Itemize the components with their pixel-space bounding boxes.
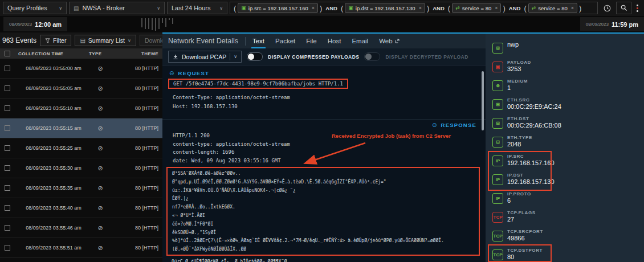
download-label: Download (145, 37, 162, 44)
query-pill[interactable]: ⇄service = 80× (528, 3, 577, 13)
tab-text[interactable]: Text (252, 34, 264, 48)
row-checkbox[interactable] (5, 185, 10, 191)
meta-text: nwp (507, 41, 644, 48)
request-header-line: Content-Type: application/octet-stream (173, 93, 290, 102)
theme-value: 80 [HTTP] (112, 165, 162, 171)
query-pill[interactable]: ⇄service = 80× (452, 3, 501, 13)
meta-key-icon: ⇄ (532, 5, 536, 11)
remove-pill-icon[interactable]: × (312, 5, 315, 11)
meta-label: TCP.FLAGS (507, 210, 644, 215)
remove-pill-icon[interactable]: × (571, 5, 574, 11)
select-all-checkbox[interactable] (5, 51, 10, 56)
meta-label: IP.PROTO (507, 191, 644, 197)
event-row[interactable]: 08/09/2023 03:55:46 am⊘80 [HTTP] (0, 218, 162, 238)
collapse-icon: ⊖ (432, 122, 438, 128)
meta-value: 00:0C:29:E9:AC:24 (507, 103, 644, 110)
event-row[interactable]: 08/09/2023 03:55:10 am⊘80 [HTTP] (0, 99, 162, 118)
tab-packet[interactable]: Packet (275, 34, 295, 48)
payload-line: éô×?oMØ.Í*F0*ØI (172, 220, 474, 229)
event-row[interactable]: 08/09/2023 03:55:00 am⊘80 [HTTP] (0, 59, 162, 79)
event-row[interactable]: 08/09/2023 03:55:15 am⊘80 [HTTP] (0, 118, 162, 138)
open-paren: ( (448, 4, 450, 13)
overflow-menu-button[interactable] (634, 5, 641, 12)
filter-label: Filter (53, 37, 66, 44)
request-section-label[interactable]: ⊖ REQUEST (169, 70, 209, 76)
event-row[interactable]: 08/09/2023 03:55:25 am⊘80 [HTTP] (0, 138, 162, 158)
event-row[interactable]: 08/09/2023 03:55:30 am⊘80 [HTTP] (0, 158, 162, 178)
events-panel: 963 Events Filter ▤ Summary List ∨ Downl… (0, 32, 162, 262)
and-operator: AND (509, 5, 521, 11)
filter-button[interactable]: Filter (40, 35, 71, 46)
page-title: Network Event Details (168, 37, 238, 45)
session-type-icon: ⊘ (89, 165, 112, 172)
event-row[interactable]: 08/09/2023 03:55:35 am⊘80 [HTTP] (0, 178, 162, 198)
tab-web[interactable]: Web (379, 34, 399, 48)
download-button[interactable]: Download (140, 35, 162, 46)
meta-value: 2048 (507, 141, 644, 148)
row-checkbox[interactable] (5, 205, 10, 211)
start-time: 12:00 am (35, 21, 62, 28)
download-pcap-button[interactable]: Download PCAP ∨ (168, 51, 242, 63)
meta-label: ETH.DST (507, 116, 644, 121)
remove-pill-icon[interactable]: × (419, 5, 422, 11)
event-histogram[interactable] (141, 18, 173, 31)
scrollbar[interactable] (482, 71, 484, 130)
text-analysis-content: ⊖ REQUEST GET /5f0e4745-f7dc-4431-98e9-9… (162, 66, 486, 262)
timeline-start[interactable]: 08/09/2023 12:00 am (3, 17, 67, 31)
meta-item-nwp[interactable]: ⊞nwp (486, 41, 644, 60)
time-range-dropdown[interactable]: Last 24 Hours ∨ (167, 2, 227, 14)
remove-pill-icon[interactable]: × (495, 5, 498, 11)
start-date: 08/09/2023 (9, 22, 32, 27)
event-row[interactable]: 08/09/2023 03:55:51 am⊘80 [HTTP] (0, 238, 162, 258)
query-pill[interactable]: ▣ip.dst = 192.168.157.130× (345, 3, 425, 13)
histogram-bar (162, 18, 163, 23)
response-section-label[interactable]: ⊖ RESPONSE (432, 122, 476, 128)
row-checkbox[interactable] (5, 85, 10, 91)
compressed-payloads-toggle[interactable] (247, 52, 263, 61)
row-checkbox[interactable] (5, 125, 10, 131)
search-button[interactable] (616, 2, 631, 14)
meta-item-tcp-flags[interactable]: TCPTCP.FLAGS27 (486, 210, 644, 229)
tab-host[interactable]: Host (328, 34, 341, 48)
meta-item-eth-src[interactable]: ⊟ETH.SRC00:0C:29:E9:AC:24 (486, 97, 644, 116)
meta-item-ip-proto[interactable]: IPIP.PROTO6 (486, 191, 644, 210)
meta-item-eth-dst[interactable]: ⊟ETH.DST00:0C:29:A6:CB:08 (486, 116, 644, 135)
tab-file[interactable]: File (306, 34, 317, 48)
eth-src-icon: ⊟ (492, 99, 503, 110)
row-checkbox[interactable] (5, 245, 10, 251)
view-label: Summary List (88, 37, 125, 44)
query-console-button[interactable] (600, 2, 614, 14)
query-pill[interactable]: ▣ip.src = 192.168.157.160× (238, 3, 318, 13)
query-profiles-dropdown[interactable]: Query Profiles ∨ (3, 2, 67, 14)
event-row[interactable]: 08/09/2023 03:55:05 am⊘80 [HTTP] (0, 79, 162, 99)
theme-value: 80 [HTTP] (112, 245, 162, 251)
collapse-icon: ⊖ (169, 70, 175, 76)
netwitness-app: Query Profiles ∨ ▤ NWSA - Broker ∨ Last … (0, 0, 644, 262)
meta-value: 27 (507, 216, 644, 223)
broker-dropdown[interactable]: ▤ NWSA - Broker ∨ (69, 2, 165, 14)
response-headers: HTTP/1.1 200content-type: application/oc… (173, 132, 290, 165)
collection-time: 08/09/2023 03:55:15 am (18, 125, 89, 131)
meta-value: 6 (507, 197, 644, 204)
tab-email[interactable]: Email (352, 34, 368, 48)
row-checkbox[interactable] (5, 105, 10, 111)
meta-item-payload[interactable]: ▣PAYLOAD3253 (486, 60, 644, 79)
menu-dot-alert (637, 7, 638, 9)
timeline-end[interactable]: 08/09/2023 11:59 pm (580, 17, 644, 31)
query-builder[interactable]: (▣ip.src = 192.168.157.160×)AND(▣ip.dst … (230, 2, 598, 14)
query-bar: Query Profiles ∨ ▤ NWSA - Broker ∨ Last … (0, 0, 644, 16)
event-row[interactable]: 08/09/2023 03:55:40 am⊘80 [HTTP] (0, 198, 162, 218)
session-type-icon: ⊘ (89, 105, 112, 112)
row-checkbox[interactable] (5, 145, 10, 151)
row-checkbox[interactable] (5, 66, 10, 71)
row-checkbox[interactable] (5, 165, 10, 171)
view-dropdown[interactable]: ▤ Summary List ∨ (75, 35, 136, 46)
chevron-down-icon: ∨ (234, 54, 237, 59)
event-row[interactable]: ⊘80 [HTTP] (0, 258, 162, 262)
event-count: 963 Events (2, 36, 36, 44)
meta-item-medium[interactable]: ⊛MEDIUM1 (486, 79, 644, 97)
medium-icon: ⊛ (492, 80, 503, 91)
histogram-bar (152, 18, 153, 30)
theme-value: 80 [HTTP] (112, 225, 162, 231)
row-checkbox[interactable] (5, 225, 10, 231)
